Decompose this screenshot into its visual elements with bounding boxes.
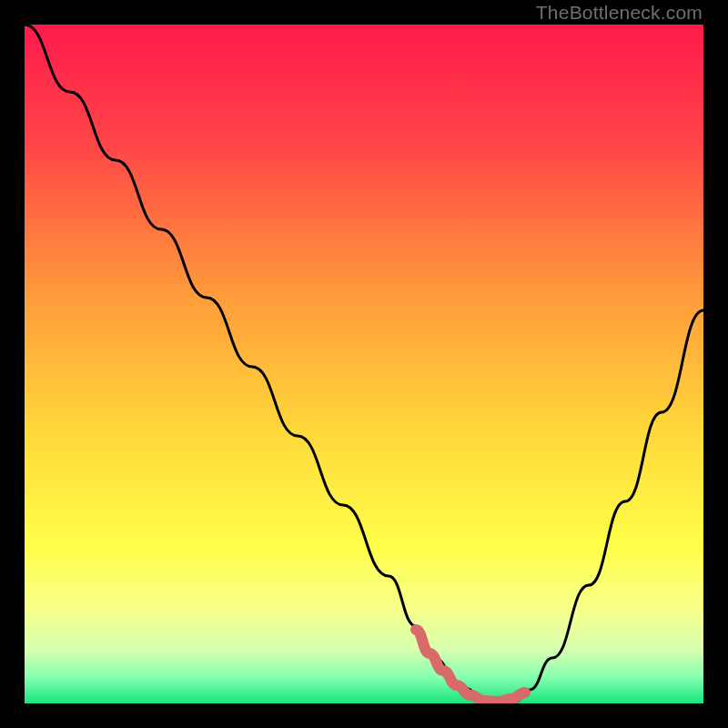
trough-highlight bbox=[416, 630, 525, 702]
curve-layer bbox=[25, 25, 703, 703]
chart-canvas: TheBottleneck.com bbox=[0, 0, 728, 728]
watermark-label: TheBottleneck.com bbox=[536, 2, 703, 24]
bottleneck-curve bbox=[25, 25, 703, 702]
plot-area bbox=[25, 25, 703, 703]
